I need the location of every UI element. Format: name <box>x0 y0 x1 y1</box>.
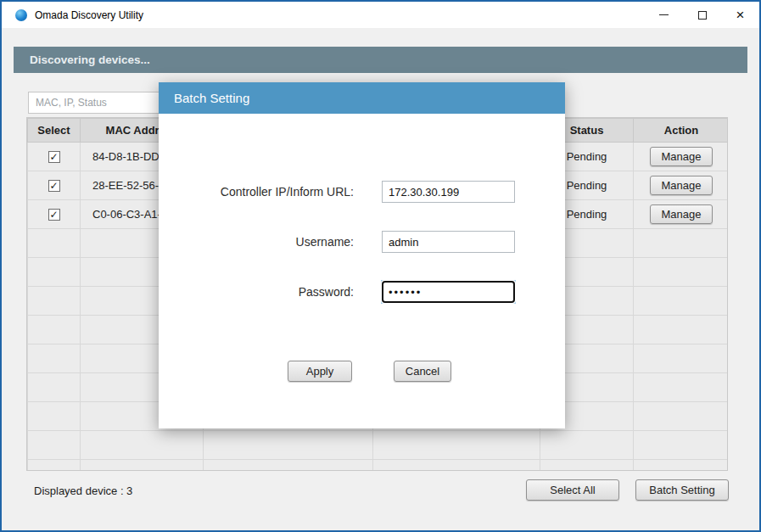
password-input[interactable] <box>382 281 515 303</box>
empty-cell <box>28 258 81 287</box>
empty-cell <box>634 316 729 344</box>
password-label: Password: <box>159 285 354 299</box>
action-cell: Manage <box>634 171 729 200</box>
empty-cell <box>28 316 81 344</box>
empty-cell <box>634 229 729 258</box>
minimize-button[interactable] <box>645 2 683 28</box>
window-title: Omada Discovery Utility <box>35 9 143 21</box>
window-controls: × <box>645 2 759 28</box>
empty-cell <box>373 460 540 472</box>
empty-cell <box>81 431 204 460</box>
empty-cell <box>634 373 729 402</box>
manage-button[interactable]: Manage <box>650 204 713 224</box>
row-checkbox[interactable]: ✓ <box>48 151 60 163</box>
maximize-icon <box>698 11 707 20</box>
username-input[interactable] <box>382 231 515 253</box>
select-cell: ✓ <box>28 171 81 200</box>
minimize-icon <box>659 14 669 15</box>
maximize-button[interactable] <box>683 2 721 28</box>
row-checkbox[interactable]: ✓ <box>48 209 60 221</box>
select-cell: ✓ <box>28 143 81 171</box>
empty-cell <box>540 460 634 472</box>
dialog-title: Batch Setting <box>174 91 249 105</box>
action-cell: Manage <box>634 143 729 171</box>
batch-setting-button[interactable]: Batch Setting <box>635 479 729 501</box>
controller-field-row: Controller IP/Inform URL: <box>159 181 565 203</box>
empty-cell <box>28 344 81 373</box>
header-action: Action <box>634 119 729 143</box>
username-label: Username: <box>159 235 354 249</box>
dialog-titlebar[interactable]: Batch Setting <box>159 82 565 114</box>
empty-cell <box>28 402 81 431</box>
empty-cell <box>373 431 540 460</box>
manage-button[interactable]: Manage <box>650 147 713 166</box>
select-all-button[interactable]: Select All <box>526 479 619 501</box>
empty-cell <box>81 460 204 472</box>
controller-ip-label: Controller IP/Inform URL: <box>159 185 354 199</box>
empty-cell <box>28 229 81 258</box>
username-field-row: Username: <box>159 231 565 253</box>
select-cell: ✓ <box>28 200 81 229</box>
close-button[interactable]: × <box>721 2 759 28</box>
action-cell: Manage <box>634 200 729 229</box>
empty-cell <box>28 431 81 460</box>
header-select: Select <box>28 119 81 143</box>
empty-cell <box>634 344 729 373</box>
apply-button[interactable]: Apply <box>288 361 352 382</box>
close-icon: × <box>736 8 745 22</box>
batch-setting-dialog: Batch Setting Controller IP/Inform URL: … <box>159 82 565 428</box>
table-row-empty <box>28 460 729 472</box>
empty-cell <box>28 373 81 402</box>
empty-cell <box>634 460 729 472</box>
cancel-button[interactable]: Cancel <box>394 361 451 382</box>
empty-cell <box>204 460 373 472</box>
password-field-row: Password: <box>159 281 565 303</box>
titlebar[interactable]: Omada Discovery Utility × <box>2 2 759 28</box>
empty-cell <box>634 431 729 460</box>
empty-cell <box>28 460 81 472</box>
discovering-devices-header: Discovering devices... <box>14 47 747 73</box>
controller-ip-input[interactable] <box>382 181 515 203</box>
dialog-buttons: Apply Cancel <box>159 361 565 382</box>
empty-cell <box>28 287 81 316</box>
row-checkbox[interactable]: ✓ <box>48 180 60 192</box>
device-count-label: Displayed device : 3 <box>34 484 132 497</box>
empty-cell <box>540 431 634 460</box>
check-icon: ✓ <box>49 152 58 162</box>
empty-cell <box>634 287 729 316</box>
omada-logo-icon <box>15 9 27 21</box>
empty-cell <box>634 258 729 287</box>
app-window: Omada Discovery Utility × Discovering de… <box>0 0 761 532</box>
check-icon: ✓ <box>49 181 58 191</box>
manage-button[interactable]: Manage <box>650 176 713 195</box>
check-icon: ✓ <box>49 210 58 220</box>
table-row-empty <box>28 431 729 460</box>
empty-cell <box>204 431 373 460</box>
empty-cell <box>634 402 729 431</box>
